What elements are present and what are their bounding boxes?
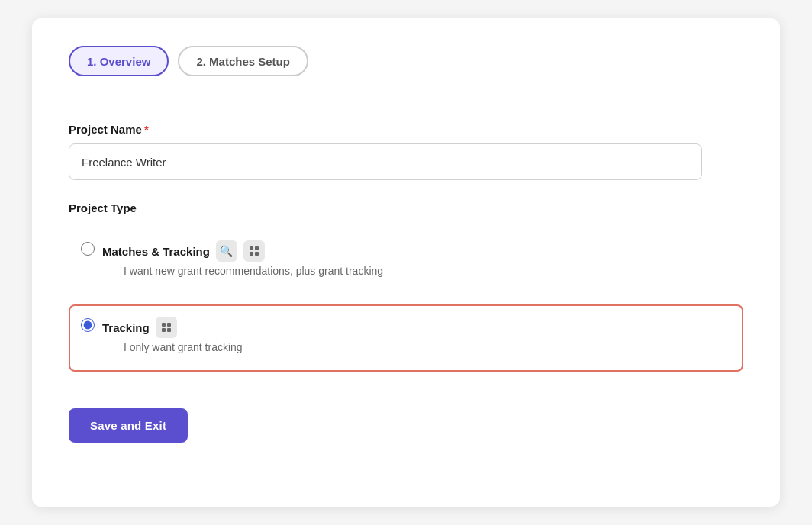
project-name-input[interactable] xyxy=(69,143,702,180)
step-2-matches-setup[interactable]: 2. Matches Setup xyxy=(178,46,308,76)
svg-rect-0 xyxy=(250,246,253,250)
option-tracking[interactable]: Tracking I only want grant tracking xyxy=(69,304,743,372)
required-star: * xyxy=(144,123,149,136)
svg-rect-1 xyxy=(255,246,259,250)
svg-rect-3 xyxy=(255,252,259,256)
tracking-title: Tracking xyxy=(102,321,150,334)
radio-tracking[interactable] xyxy=(81,318,95,332)
svg-rect-5 xyxy=(167,323,171,327)
save-exit-button[interactable]: Save and Exit xyxy=(69,408,188,443)
svg-rect-4 xyxy=(162,323,166,327)
tracking-description: I only want grant tracking xyxy=(124,341,243,353)
matches-tracking-title: Matches & Tracking xyxy=(102,245,210,258)
search-icon: 🔍 xyxy=(216,240,237,262)
svg-rect-6 xyxy=(162,328,166,332)
matches-tracking-description: I want new grant recommendations, plus g… xyxy=(124,265,383,277)
header-divider xyxy=(69,98,743,98)
main-card: 1. Overview 2. Matches Setup Project Nam… xyxy=(32,18,780,507)
project-type-label: Project Type xyxy=(69,201,743,214)
svg-rect-2 xyxy=(250,252,253,256)
radio-matches-tracking[interactable] xyxy=(81,242,95,256)
grid-icon-1 xyxy=(243,240,265,262)
svg-rect-7 xyxy=(167,328,171,332)
step-1-overview[interactable]: 1. Overview xyxy=(69,46,169,76)
stepper: 1. Overview 2. Matches Setup xyxy=(69,46,743,76)
project-name-label: Project Name* xyxy=(69,123,743,136)
option-matches-tracking[interactable]: Matches & Tracking 🔍 I want new grant re… xyxy=(69,228,743,295)
grid-icon-2 xyxy=(156,317,177,338)
